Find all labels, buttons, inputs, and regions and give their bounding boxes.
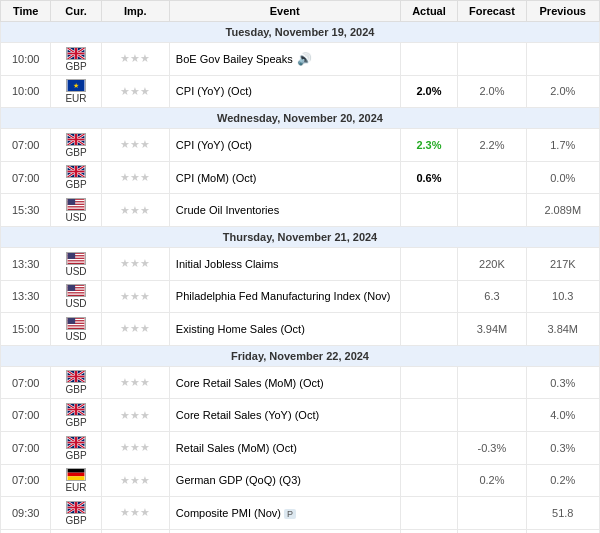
previous-cell: 49.9 bbox=[526, 529, 600, 533]
forecast-cell bbox=[458, 161, 526, 194]
flag-icon bbox=[66, 132, 86, 144]
event-cell: Core Retail Sales (MoM) (Oct) bbox=[169, 366, 400, 399]
forecast-cell: -0.3% bbox=[458, 431, 526, 464]
svg-rect-34 bbox=[68, 199, 76, 205]
previous-cell: 217K bbox=[526, 247, 600, 280]
currency-code: GBP bbox=[65, 384, 86, 395]
flag-icon: ★ bbox=[66, 79, 86, 91]
svg-rect-81 bbox=[68, 473, 85, 477]
flag-icon bbox=[66, 197, 86, 209]
time-cell: 07:00 bbox=[1, 431, 51, 464]
importance-cell: ★★★ bbox=[101, 247, 169, 280]
svg-rect-39 bbox=[68, 261, 85, 262]
previous-cell: 0.3% bbox=[526, 366, 600, 399]
importance-cell: ★★★ bbox=[101, 75, 169, 108]
section-label: Tuesday, November 19, 2024 bbox=[1, 22, 600, 43]
svg-rect-91 bbox=[68, 506, 85, 508]
event-cell: Crude Oil Inventories bbox=[169, 194, 400, 227]
svg-rect-8 bbox=[68, 52, 85, 54]
header-cur: Cur. bbox=[51, 1, 101, 22]
event-cell: Philadelphia Fed Manufacturing Index (No… bbox=[169, 280, 400, 313]
forecast-cell bbox=[458, 43, 526, 76]
flag-icon bbox=[66, 468, 86, 480]
sound-icon: 🔊 bbox=[297, 52, 312, 66]
time-cell: 10:00 bbox=[1, 75, 51, 108]
svg-rect-79 bbox=[68, 441, 85, 443]
table-row: 13:30 USD ★★★ Initial Jobless Claims 220… bbox=[1, 247, 600, 280]
table-row: 10:00 GBP ★★★ BoE Gov Bailey Speaks🔊 bbox=[1, 43, 600, 76]
actual-cell: 2.3% bbox=[400, 129, 458, 162]
svg-rect-40 bbox=[68, 253, 76, 259]
table-row: 15:00 USD ★★★ Existing Home Sales (Oct) … bbox=[1, 313, 600, 346]
actual-cell bbox=[400, 247, 458, 280]
section-header: Wednesday, November 20, 2024 bbox=[1, 108, 600, 129]
currency-code: EUR bbox=[65, 93, 86, 104]
forecast-cell: 6.3 bbox=[458, 280, 526, 313]
flag-icon bbox=[66, 402, 86, 414]
svg-rect-44 bbox=[68, 291, 85, 292]
svg-rect-19 bbox=[68, 138, 85, 140]
event-cell: Existing Home Sales (Oct) bbox=[169, 313, 400, 346]
currency-code: GBP bbox=[65, 179, 86, 190]
svg-rect-61 bbox=[68, 376, 85, 378]
prelim-badge: P bbox=[284, 509, 296, 519]
table-row: 07:00 GBP ★★★ CPI (YoY) (Oct) 2.3% 2.2% … bbox=[1, 129, 600, 162]
actual-cell bbox=[400, 529, 458, 533]
forecast-cell bbox=[458, 497, 526, 530]
svg-rect-51 bbox=[68, 326, 85, 327]
currency-code: GBP bbox=[65, 147, 86, 158]
previous-cell: 2.089M bbox=[526, 194, 600, 227]
importance-cell: ★★★ bbox=[101, 529, 169, 533]
importance-cell: ★★★ bbox=[101, 497, 169, 530]
actual-cell bbox=[400, 497, 458, 530]
previous-cell: 0.3% bbox=[526, 431, 600, 464]
forecast-cell: 50.1 bbox=[458, 529, 526, 533]
table-row: 13:30 USD ★★★ Philadelphia Fed Manufactu… bbox=[1, 280, 600, 313]
importance-cell: ★★★ bbox=[101, 280, 169, 313]
header-time: Time bbox=[1, 1, 51, 22]
svg-rect-82 bbox=[68, 476, 85, 480]
time-cell: 07:00 bbox=[1, 129, 51, 162]
actual-cell bbox=[400, 280, 458, 313]
event-cell: Core Retail Sales (YoY) (Oct) bbox=[169, 399, 400, 432]
previous-cell bbox=[526, 43, 600, 76]
currency-cell: USD bbox=[51, 313, 101, 346]
flag-icon bbox=[66, 251, 86, 263]
previous-cell: 0.0% bbox=[526, 161, 600, 194]
svg-rect-45 bbox=[68, 294, 85, 295]
event-cell: BoE Gov Bailey Speaks🔊 bbox=[169, 43, 400, 76]
currency-code: GBP bbox=[65, 515, 86, 526]
time-cell: 13:30 bbox=[1, 280, 51, 313]
table-row: 07:00 GBP ★★★ CPI (MoM) (Oct) 0.6% 0.0% bbox=[1, 161, 600, 194]
section-header: Friday, November 22, 2024 bbox=[1, 345, 600, 366]
previous-cell: 51.8 bbox=[526, 497, 600, 530]
header-previous: Previous bbox=[526, 1, 600, 22]
actual-cell: 2.0% bbox=[400, 75, 458, 108]
currency-code: GBP bbox=[65, 417, 86, 428]
forecast-cell: 3.94M bbox=[458, 313, 526, 346]
actual-cell bbox=[400, 194, 458, 227]
time-cell: 10:00 bbox=[1, 43, 51, 76]
time-cell: 07:00 bbox=[1, 464, 51, 497]
previous-cell: 2.0% bbox=[526, 75, 600, 108]
actual-cell: 0.6% bbox=[400, 161, 458, 194]
table-row: 07:00 GBP ★★★ Retail Sales (MoM) (Oct) -… bbox=[1, 431, 600, 464]
forecast-cell bbox=[458, 366, 526, 399]
flag-icon bbox=[66, 500, 86, 512]
table-row: 07:00 GBP ★★★ Core Retail Sales (YoY) (O… bbox=[1, 399, 600, 432]
time-cell: 07:00 bbox=[1, 399, 51, 432]
time-cell: 15:00 bbox=[1, 313, 51, 346]
currency-cell: GBP bbox=[51, 431, 101, 464]
actual-cell bbox=[400, 366, 458, 399]
forecast-cell: 2.0% bbox=[458, 75, 526, 108]
actual-value: 2.0% bbox=[416, 85, 441, 97]
flag-icon bbox=[66, 165, 86, 177]
svg-rect-70 bbox=[68, 409, 85, 411]
table-row: 09:30 GBP ★★★ Manufacturing PMI (Nov)P 5… bbox=[1, 529, 600, 533]
flag-icon bbox=[66, 284, 86, 296]
header-event: Event bbox=[169, 1, 400, 22]
time-cell: 13:30 bbox=[1, 247, 51, 280]
event-cell: CPI (MoM) (Oct) bbox=[169, 161, 400, 194]
previous-cell: 4.0% bbox=[526, 399, 600, 432]
actual-cell bbox=[400, 313, 458, 346]
